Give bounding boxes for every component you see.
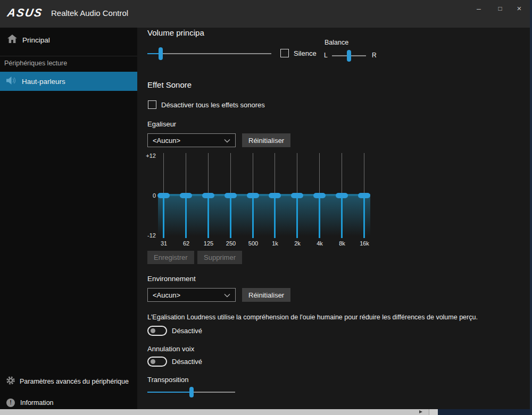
eq-band-freq-label: 250 <box>220 240 242 247</box>
horizontal-scrollbar[interactable] <box>0 409 429 415</box>
asus-logo: ASUS <box>6 6 44 19</box>
balance-right-label: R <box>372 52 377 59</box>
eq-band-62: 62 <box>175 153 197 249</box>
chevron-down-icon <box>224 137 230 145</box>
transposition-label: Transposition <box>147 376 189 384</box>
sidebar-item-label: Principal <box>22 36 50 44</box>
equalizer-preset-dropdown[interactable]: <Aucun> <box>147 133 236 147</box>
loudness-toggle[interactable] <box>147 326 167 336</box>
eq-band-125: 125 <box>197 153 220 249</box>
transposition-thumb[interactable] <box>189 387 194 397</box>
eq-band-freq-label: 31 <box>153 240 175 247</box>
eq-band-2k: 2k <box>286 153 309 249</box>
balance-label: Balance <box>325 39 348 46</box>
sidebar: Principal Périphériques lecture Haut-par… <box>0 28 137 415</box>
app-title: Realtek Audio Control <box>51 9 128 18</box>
loudness-description: L'Egalisation Loudness utilise la compré… <box>147 314 520 321</box>
environment-preset-value: <Aucun> <box>153 291 180 299</box>
eq-band-4k: 4k <box>309 153 331 249</box>
master-volume-slider[interactable] <box>147 53 271 54</box>
mute-checkbox[interactable] <box>280 49 289 57</box>
eq-band-16k: 16k <box>353 153 376 249</box>
speaker-icon <box>6 76 18 87</box>
eq-band-thumb[interactable] <box>269 193 281 198</box>
bottom-right-edge-strip <box>438 409 532 415</box>
equalizer-reset-button[interactable]: Réinitialiser <box>242 133 290 147</box>
eq-band-1k: 1k <box>264 153 286 249</box>
sidebar-item-principal[interactable]: Principal <box>0 31 137 49</box>
eq-band-thumb[interactable] <box>157 193 170 198</box>
close-button[interactable]: × <box>511 1 528 16</box>
eq-band-thumb[interactable] <box>291 193 303 198</box>
eq-band-250: 250 <box>220 153 242 249</box>
window-right-edge <box>530 0 532 415</box>
mute-label: Silence <box>294 49 317 57</box>
sidebar-item-information[interactable]: Information <box>0 395 137 411</box>
eq-band-freq-label: 4k <box>309 240 331 247</box>
eq-band-freq-label: 1k <box>264 240 286 247</box>
scrollbar-right-arrow-icon <box>419 410 422 413</box>
scrollbar-right-button[interactable] <box>429 409 438 415</box>
sidebar-item-label: Haut-parleurs <box>22 78 65 86</box>
chevron-down-icon <box>224 291 230 299</box>
sidebar-item-advanced-settings[interactable]: Paramètres avancés du périphérique <box>0 374 137 389</box>
sidebar-item-label: Information <box>20 399 54 406</box>
eq-band-freq-label: 8k <box>331 240 353 247</box>
eq-band-freq-label: 16k <box>353 240 376 247</box>
sidebar-item-speakers[interactable]: Haut-parleurs <box>0 72 137 91</box>
voice-cancellation-label: Annulation voix <box>147 345 194 353</box>
voice-cancellation-state-label: Désactivé <box>172 358 202 366</box>
eq-band-thumb[interactable] <box>225 193 237 198</box>
disable-all-effects-checkbox[interactable] <box>148 100 156 109</box>
transposition-fill <box>147 392 192 393</box>
eq-band-thumb[interactable] <box>358 193 370 198</box>
sidebar-divider <box>0 56 137 56</box>
eq-band-freq-label: 2k <box>286 240 309 247</box>
home-icon <box>7 35 17 45</box>
balance-thumb[interactable] <box>347 50 351 62</box>
equalizer-preset-value: <Aucun> <box>153 137 180 145</box>
eq-delete-button[interactable]: Supprimer <box>197 251 242 264</box>
sidebar-item-label: Paramètres avancés du périphérique <box>20 378 129 385</box>
environment-preset-dropdown[interactable]: <Aucun> <box>147 288 236 302</box>
eq-band-thumb[interactable] <box>313 193 326 198</box>
eq-band-freq-label: 62 <box>175 240 197 247</box>
eq-band-thumb[interactable] <box>180 193 192 198</box>
master-volume-thumb[interactable] <box>159 47 163 60</box>
eq-band-500: 500 <box>242 153 264 249</box>
environment-label: Environnement <box>147 275 196 283</box>
title-bar: ASUS Realtek Audio Control – □ × <box>0 0 532 28</box>
loudness-state-label: Désactivé <box>172 327 202 335</box>
eq-band-thumb[interactable] <box>336 193 348 198</box>
environment-reset-button[interactable]: Réinitialiser <box>242 288 290 302</box>
voice-cancellation-toggle[interactable] <box>147 357 167 367</box>
gear-icon <box>6 376 15 387</box>
minimize-button[interactable]: – <box>470 1 487 16</box>
disable-all-effects-label: Désactiver tous les effets sonores <box>161 101 265 109</box>
balance-left-label: L <box>324 52 328 59</box>
volume-section-title: Volume principa <box>147 28 204 37</box>
playback-devices-section-label: Périphériques lecture <box>4 60 67 67</box>
eq-band-thumb[interactable] <box>202 193 214 198</box>
eq-band-8k: 8k <box>331 153 353 249</box>
eq-band-thumb[interactable] <box>247 193 259 198</box>
eq-save-button[interactable]: Enregistrer <box>147 251 194 264</box>
eq-band-31: 31 <box>153 153 175 249</box>
eq-band-freq-label: 125 <box>197 240 220 247</box>
sound-effects-title: Effet Sonore <box>147 80 192 89</box>
info-icon <box>6 399 15 407</box>
eq-band-freq-label: 500 <box>242 240 264 247</box>
maximize-button[interactable]: □ <box>492 1 509 16</box>
equalizer-label: Egaliseur <box>147 120 176 128</box>
realtek-audio-control-window: ASUS Realtek Audio Control – □ × Princip… <box>0 0 532 415</box>
